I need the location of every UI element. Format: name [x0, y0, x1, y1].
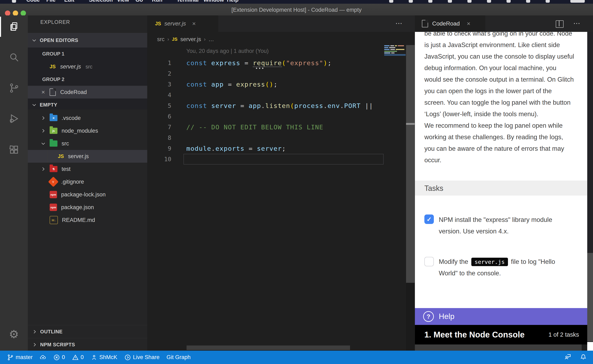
status-item-live-share[interactable]: Live Share [124, 354, 160, 361]
menu-item-help[interactable]: Help [227, 0, 239, 3]
lesson-text-line: working at these challenges. By reading … [424, 131, 581, 143]
menubar-status-icon[interactable] [487, 0, 491, 3]
menu-item-window[interactable]: Window [203, 0, 224, 3]
tree-item-.gitignore[interactable]: ⑂.gitignore [28, 176, 147, 188]
split-editor-icon[interactable] [556, 20, 564, 28]
menubar-status-icon[interactable] [506, 0, 511, 3]
section-folder-empty[interactable]: EMPTY [28, 98, 147, 111]
open-editor-item-CodeRoad[interactable]: ×CodeRoad [28, 86, 147, 98]
menu-item-go[interactable]: Go [135, 0, 143, 3]
close-icon[interactable]: × [192, 20, 196, 27]
node-folder-icon: js [50, 128, 57, 134]
close-icon[interactable]: × [41, 89, 45, 95]
menubar-status-icon[interactable] [570, 0, 585, 3]
editor-actions-more-icon[interactable]: ⋯ [573, 19, 581, 27]
code-line-4: 4 [147, 90, 384, 100]
settings-gear-icon[interactable]: ⚙ [0, 323, 28, 345]
chevron-down-icon [40, 141, 46, 146]
status-bar-left: master00ShMcKLive ShareGit Graph [0, 354, 191, 361]
files-icon[interactable] [0, 15, 28, 38]
markdown-icon: M↓ [50, 216, 58, 224]
tab-label: CodeRoad [432, 20, 460, 27]
editor-scrollbar-track[interactable] [406, 45, 415, 283]
run-debug-icon[interactable] [0, 107, 28, 130]
minimap[interactable] [384, 45, 406, 72]
status-item-git-graph[interactable]: Git Graph [167, 354, 191, 360]
breadcrumb-item[interactable]: … [208, 36, 214, 43]
line-number: 7 [147, 122, 171, 132]
tree-item-src[interactable]: src [28, 137, 147, 150]
menu-item-file[interactable]: File [46, 0, 56, 3]
line-number: 10 [147, 154, 171, 164]
tree-item-README.md[interactable]: M↓README.md [28, 214, 147, 227]
task-checkbox-checked[interactable]: ✓ [424, 214, 434, 224]
open-editor-label: CodeRoad [60, 89, 87, 95]
status-bar: master00ShMcKLive ShareGit Graph [0, 351, 593, 364]
lesson-text-line: debug information. On your local machine… [424, 62, 581, 74]
tab-server-js[interactable]: JS server.js × [147, 15, 218, 32]
menubar-status-icon[interactable] [389, 0, 393, 3]
line-number: 8 [147, 132, 171, 143]
webview-scrollbar-thumb[interactable] [587, 253, 593, 341]
menubar-status-icon[interactable] [467, 0, 472, 3]
breadcrumb-item[interactable]: src [157, 36, 165, 43]
menubar-status-icon[interactable] [409, 0, 413, 3]
tree-item-test[interactable]: ⚗test [28, 163, 147, 176]
menubar-status-icon[interactable] [428, 0, 432, 3]
menu-item-run[interactable]: Run [152, 0, 162, 3]
status-item-0[interactable]: 0 [53, 354, 65, 361]
task-text: World" to the console. [439, 267, 583, 279]
menu-item-view[interactable]: View [117, 0, 129, 3]
editor-scrollbar-track-lower[interactable] [406, 283, 415, 351]
menubar-status-icon[interactable] [448, 0, 452, 3]
webview-scrollbar-track[interactable] [587, 32, 593, 351]
menubar-status-icon[interactable] [546, 0, 550, 3]
menu-item-code[interactable]: Code [26, 0, 40, 3]
editor-actions-more-icon[interactable]: ⋯ [395, 19, 403, 27]
section-npm-scripts[interactable]: NPM SCRIPTS [28, 338, 147, 351]
lesson-text-line: screen. You can toggle the log panel wit… [424, 97, 581, 108]
lesson-text-line: would see the console output in a termin… [424, 74, 581, 85]
status-item-master[interactable]: master [7, 354, 33, 361]
task-text: version. Use version 4.x. [439, 226, 583, 237]
status-item-0[interactable]: 0 [72, 354, 84, 361]
npm-icon: npm [50, 204, 57, 211]
tasks-section-header: Tasks [415, 181, 587, 195]
editor-scrollbar-thumb[interactable] [406, 123, 415, 125]
tree-item-package.json[interactable]: npmpackage.json [28, 201, 147, 214]
lesson-text-line: We recommend to keep the log panel open … [424, 120, 581, 131]
search-icon[interactable] [0, 46, 28, 68]
test-folder-icon: ⚗ [50, 166, 57, 172]
bell-icon[interactable] [580, 353, 587, 362]
breadcrumb-item[interactable]: server.js [180, 36, 201, 43]
open-editor-item-server.js[interactable]: JSserver.jssrc [28, 60, 147, 73]
window-title-bar[interactable]: [Extension Development Host] - CodeRoad … [0, 4, 593, 15]
status-item-cloud-upload-icon[interactable] [40, 354, 46, 361]
section-open-editors[interactable]: OPEN EDITORS [28, 33, 147, 47]
horizontal-scrollbar-thumb[interactable] [187, 345, 350, 350]
status-item-shmck[interactable]: ShMcK [91, 354, 117, 361]
section-outline[interactable]: OUTLINE [28, 325, 147, 338]
menu-item-edit[interactable]: Edit [64, 0, 74, 3]
lesson-title-bar: 1. Meet the Node Console 1 of 2 tasks [415, 325, 587, 344]
close-icon[interactable]: × [467, 20, 471, 27]
tab-coderoad[interactable]: CodeRoad × [415, 15, 485, 32]
extensions-icon[interactable] [0, 139, 28, 162]
tree-item-package-lock.json[interactable]: npmpackage-lock.json [28, 188, 147, 201]
source-control-icon[interactable] [0, 77, 28, 99]
feedback-icon[interactable] [564, 353, 571, 362]
help-button[interactable]: ? Help [415, 308, 587, 325]
menubar-status-icon[interactable] [526, 0, 530, 3]
apple-menu-icon[interactable] [12, 0, 16, 3]
menu-item-terminal[interactable]: Terminal [177, 0, 199, 3]
tree-item-label: .gitignore [61, 179, 84, 185]
tree-item-server.js[interactable]: JSserver.js [28, 150, 147, 163]
tree-item-.vscode[interactable]: ✕.vscode [28, 112, 147, 124]
menu-item-selection[interactable]: Selection [89, 0, 113, 3]
activity-bar: ⚙ [0, 15, 28, 351]
line-number: 3 [147, 79, 171, 90]
task-checkbox-unchecked[interactable] [424, 257, 434, 266]
tree-item-node_modules[interactable]: jsnode_modules [28, 124, 147, 137]
code-line-9: 9module.exports = server; [147, 143, 384, 154]
editor-tab-bar: JS server.js × ⋯ [147, 15, 415, 32]
